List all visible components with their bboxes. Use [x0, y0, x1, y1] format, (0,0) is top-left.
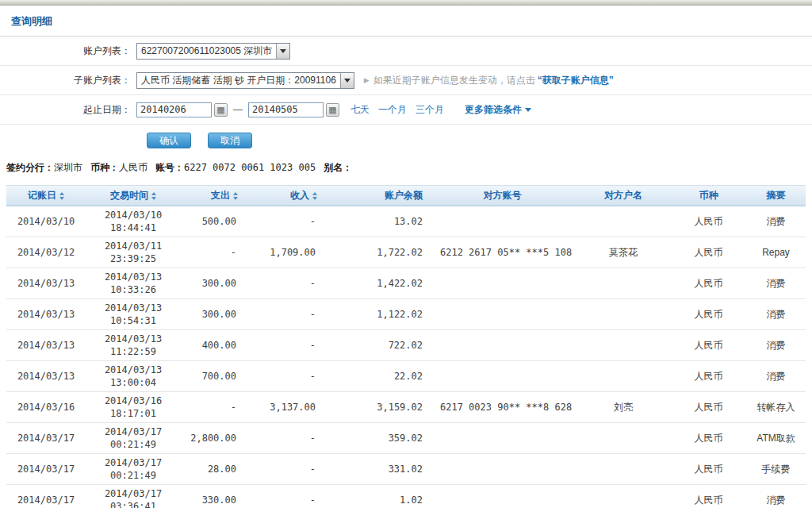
header-memo: 摘要 [746, 186, 806, 206]
cell-record-date: 2014/03/16 [6, 402, 86, 413]
date-range-label: 起止日期： [0, 103, 131, 117]
calendar-icon[interactable]: ▦ [326, 103, 339, 117]
note-arrow-icon: ▶ [364, 76, 370, 84]
cell-transaction-time: 2014/03/16 18:17:01 [86, 394, 181, 420]
header-currency: 币种 [671, 186, 746, 206]
cell-currency: 人民币 [671, 246, 746, 260]
cell-counterparty-name: 刘亮 [576, 401, 671, 414]
header-counterparty-name: 对方户名 [576, 186, 671, 206]
header-label: 对方户名 [604, 189, 642, 202]
quick-link-3months[interactable]: 三个月 [416, 103, 444, 117]
date-range-row: 起止日期： ▦ — ▦ 七天 一个月 三个月 更多筛选条件 [0, 95, 812, 125]
table-row: 2014/03/13 2014/03/13 11:22:59 400.00 - … [6, 330, 806, 361]
header-transaction-time[interactable]: 交易时间 [86, 186, 181, 206]
window-top-edge [0, 0, 812, 6]
subaccount-select-value: 人民币 活期储蓄 活期 钞 开户日期：20091106 [137, 73, 340, 88]
sort-icon [151, 192, 156, 200]
account-number-label: 账号： [155, 162, 184, 173]
cell-transaction-time: 2014/03/17 00:21:49 [86, 456, 181, 482]
quick-link-7days[interactable]: 七天 [350, 103, 370, 117]
cell-expense: 500.00 [181, 216, 243, 227]
cell-expense: 700.00 [181, 371, 243, 382]
cell-income: - [243, 371, 322, 382]
account-select[interactable]: 6227007200611023005 深圳市 [136, 43, 290, 60]
end-date-input[interactable] [248, 102, 324, 117]
start-date-input[interactable] [136, 102, 212, 117]
cell-record-date: 2014/03/13 [6, 278, 86, 289]
transaction-time-line: 10:54:31 [86, 314, 181, 327]
table-row: 2014/03/12 2014/03/11 23:39:25 - 1,709.0… [6, 237, 806, 268]
cell-memo: 消费 [746, 370, 806, 383]
cell-balance: 722.02 [322, 340, 429, 351]
subaccount-list-row: 子账户列表： 人民币 活期储蓄 活期 钞 开户日期：20091106 ▶ 如果近… [0, 66, 812, 95]
header-record-date[interactable]: 记账日 [6, 186, 86, 206]
cell-record-date: 2014/03/17 [6, 464, 86, 475]
cell-currency: 人民币 [671, 494, 746, 507]
account-select-value: 6227007200611023005 深圳市 [137, 44, 276, 59]
transaction-date-line: 2014/03/17 [86, 487, 181, 500]
header-label: 摘要 [767, 189, 786, 202]
cell-income: 1,709.00 [243, 247, 322, 258]
cell-currency: 人民币 [671, 370, 746, 383]
header-label: 对方账号 [484, 189, 522, 202]
header-label: 记账日 [28, 189, 56, 202]
cell-currency: 人民币 [671, 339, 746, 352]
cell-expense: - [181, 402, 243, 413]
cell-balance: 13.02 [322, 216, 429, 227]
table-row: 2014/03/17 2014/03/17 00:21:49 2,800.00 … [6, 423, 806, 454]
cell-counterparty-name: 莫茶花 [576, 246, 671, 260]
cell-memo: 消费 [746, 277, 806, 291]
transaction-time-line: 23:39:25 [86, 252, 181, 265]
cell-income: - [243, 464, 322, 475]
cell-balance: 3,159.02 [322, 402, 429, 413]
transaction-time-line: 00:21:49 [86, 438, 181, 451]
cell-record-date: 2014/03/17 [6, 495, 86, 506]
cell-income: - [243, 495, 322, 506]
cell-counterparty-account: 6217 0023 90** ***8 628 [429, 402, 576, 413]
more-filters-link[interactable]: 更多筛选条件 [465, 103, 531, 117]
sort-icon [233, 192, 238, 200]
transaction-date-line: 2014/03/13 [86, 333, 181, 345]
cell-income: - [243, 309, 322, 320]
header-label: 交易时间 [110, 189, 148, 202]
confirm-button[interactable]: 确认 [147, 133, 191, 148]
cell-transaction-time: 2014/03/13 13:00:04 [86, 364, 181, 389]
quick-range-links: 七天 一个月 三个月 [350, 103, 444, 117]
header-label: 账户余额 [385, 189, 423, 202]
more-filters-label: 更多筛选条件 [465, 103, 522, 117]
cell-memo: ATM取款 [746, 432, 806, 445]
note-text: 如果近期子账户信息发生变动，请点击 [373, 74, 535, 87]
cell-income: - [243, 433, 322, 444]
transaction-date-line: 2014/03/11 [86, 240, 181, 252]
cell-balance: 1,422.02 [322, 278, 429, 289]
header-label: 支出 [211, 189, 230, 202]
refresh-subaccount-link[interactable]: “获取子账户信息” [538, 74, 614, 87]
account-number-value: 6227 0072 0061 1023 005 [184, 162, 316, 173]
quick-link-1month[interactable]: 一个月 [378, 103, 407, 117]
header-expense[interactable]: 支出 [181, 186, 243, 206]
calendar-icon[interactable]: ▦ [214, 103, 228, 117]
cell-income: - [243, 216, 322, 227]
cancel-button[interactable]: 取消 [208, 133, 252, 148]
header-income[interactable]: 收入 [243, 186, 322, 206]
transaction-time-line: 03:36:41 [86, 500, 181, 508]
account-list-label: 账户列表： [0, 44, 131, 58]
cell-income: 3,137.00 [243, 402, 322, 413]
transactions-table: 记账日 交易时间 支出 收入 账户余额 对方账号 对方户名 币种 摘要 [6, 185, 806, 508]
cell-record-date: 2014/03/10 [6, 216, 86, 227]
cell-currency: 人民币 [671, 432, 746, 445]
cell-transaction-time: 2014/03/11 23:39:25 [86, 240, 181, 265]
cell-currency: 人民币 [671, 401, 746, 414]
subaccount-select[interactable]: 人民币 活期储蓄 活期 钞 开户日期：20091106 [136, 72, 354, 89]
date-range-dash: — [233, 104, 243, 115]
cell-memo: 消费 [746, 308, 806, 321]
sort-icon [59, 192, 64, 200]
currency-label: 币种： [90, 162, 119, 173]
header-label: 币种 [699, 189, 718, 202]
cell-expense: - [181, 247, 243, 258]
cell-transaction-time: 2014/03/13 10:33:26 [86, 271, 181, 296]
cell-memo: 消费 [746, 494, 806, 507]
dropdown-arrow-icon[interactable] [276, 44, 289, 59]
cell-memo: 转帐存入 [746, 401, 806, 414]
dropdown-arrow-icon[interactable] [340, 73, 354, 88]
